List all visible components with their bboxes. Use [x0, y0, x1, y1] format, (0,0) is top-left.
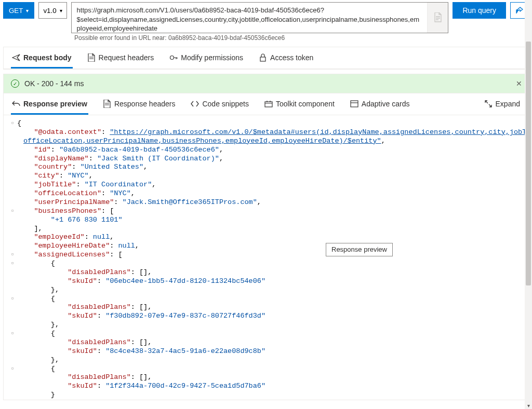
response-json-viewer[interactable]: ▫{ "@odata.context": "https://graph.micr… [4, 115, 528, 400]
url-error-hint: Possible error found in URL near: 0a6b89… [0, 33, 532, 45]
tab-request-body[interactable]: Request body [11, 47, 73, 69]
code-icon [191, 100, 199, 108]
tab-toolkit-component-label: Toolkit component [276, 100, 335, 108]
fold-gutter[interactable]: ▫ [8, 295, 17, 304]
tab-access-token-label: Access token [270, 53, 313, 62]
fold-gutter[interactable]: ▫ [8, 365, 17, 374]
close-status-button[interactable]: ✕ [516, 79, 522, 88]
share-icon [515, 6, 524, 15]
svg-rect-1 [260, 57, 265, 61]
tab-request-headers-label: Request headers [99, 53, 154, 62]
tab-request-headers[interactable]: Request headers [86, 47, 155, 69]
tab-response-preview[interactable]: Response preview [11, 93, 88, 115]
fold-gutter[interactable]: ▫ [8, 207, 17, 216]
lock-icon [259, 53, 267, 62]
response-tabs: Response preview Response headers Code s… [4, 93, 528, 115]
cards-icon [350, 100, 358, 108]
expand-button[interactable]: Expand [483, 93, 521, 115]
fold-gutter[interactable]: ▫ [8, 330, 17, 338]
svg-point-0 [170, 56, 174, 60]
tab-modify-permissions[interactable]: Modify permissions [168, 47, 244, 69]
key-icon [169, 53, 178, 62]
tab-request-body-label: Request body [23, 53, 72, 62]
tab-adaptive-cards-label: Adaptive cards [362, 100, 410, 108]
tab-code-snippets-label: Code snippets [202, 100, 249, 108]
document-icon [434, 12, 442, 23]
status-text: OK - 200 - 144 ms [24, 79, 84, 88]
tab-response-headers[interactable]: Response headers [102, 93, 177, 115]
request-url-input[interactable] [72, 3, 428, 33]
api-version-dropdown[interactable]: v1.0 ▾ [38, 2, 66, 19]
success-check-icon: ✓ [11, 79, 19, 88]
tab-response-preview-label: Response preview [23, 100, 87, 108]
run-query-button[interactable]: Run query [453, 2, 506, 19]
http-method-label: GET [9, 7, 23, 15]
vertical-scrollbar[interactable]: ▾ [525, 0, 532, 409]
document-icon [103, 100, 111, 108]
tab-adaptive-cards[interactable]: Adaptive cards [349, 93, 411, 115]
svg-rect-2 [265, 102, 272, 107]
tab-code-snippets[interactable]: Code snippets [190, 93, 250, 115]
docs-link-button[interactable] [427, 3, 448, 33]
scrollbar-thumb[interactable] [526, 42, 531, 285]
expand-label: Expand [496, 100, 520, 108]
status-bar: ✓ OK - 200 - 144 ms ✕ [3, 74, 529, 93]
tooltip: Response preview [326, 243, 393, 256]
http-method-dropdown[interactable]: GET ▾ [3, 2, 34, 19]
toolkit-icon [264, 100, 273, 108]
chevron-down-icon: ▾ [60, 8, 62, 13]
url-input-wrap [71, 2, 449, 33]
scroll-down-button[interactable]: ▾ [525, 402, 532, 409]
svg-rect-3 [351, 101, 358, 107]
api-version-label: v1.0 [43, 7, 56, 15]
request-tabs: Request body Request headers Modify perm… [4, 47, 528, 69]
tab-modify-permissions-label: Modify permissions [181, 53, 243, 62]
undo-icon [12, 100, 20, 108]
expand-icon [484, 100, 493, 108]
fold-gutter[interactable]: ▫ [8, 260, 17, 268]
tab-access-token[interactable]: Access token [258, 47, 314, 69]
chevron-down-icon: ▾ [26, 8, 29, 13]
tab-response-headers-label: Response headers [114, 100, 176, 108]
send-icon [12, 53, 20, 62]
fold-gutter[interactable]: ▫ [8, 119, 17, 128]
document-icon [87, 53, 96, 62]
tab-toolkit-component[interactable]: Toolkit component [263, 93, 336, 115]
fold-gutter[interactable]: ▫ [8, 251, 17, 260]
